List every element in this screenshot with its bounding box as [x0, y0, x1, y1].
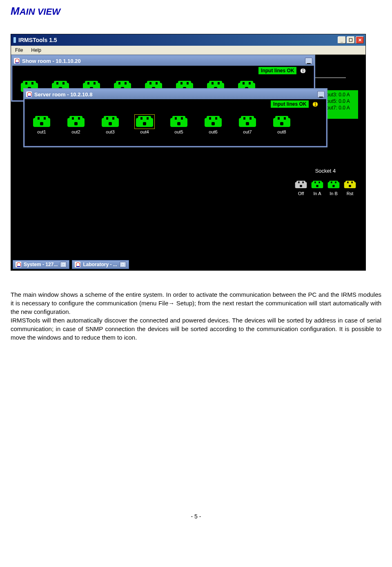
app-icon [13, 37, 16, 43]
body-paragraph: The main window shows a scheme of the en… [11, 290, 381, 342]
svg-rect-23 [31, 82, 33, 84]
plug-out1-icon[interactable] [33, 116, 51, 128]
svg-rect-3 [302, 182, 303, 183]
svg-rect-53 [218, 82, 220, 84]
svg-rect-8 [318, 182, 320, 183]
svg-rect-16 [345, 181, 354, 185]
address-badge: 1 [312, 102, 318, 107]
svg-rect-26 [54, 81, 67, 87]
plug-inb-icon [327, 180, 340, 189]
restore-button[interactable]: ❐ [60, 262, 67, 267]
svg-rect-94 [246, 122, 249, 125]
menu-help[interactable]: Help [27, 47, 45, 53]
svg-rect-58 [249, 82, 251, 84]
serverroom-titlebar[interactable]: Server room - 10.2.10.8 ▁ [24, 89, 326, 99]
serverroom-window[interactable]: Server room - 10.2.10.8 ▁ Input lines OK… [23, 88, 327, 147]
plug-rst-icon [344, 180, 356, 189]
java-icon [75, 262, 80, 267]
svg-rect-38 [125, 82, 127, 84]
svg-rect-33 [94, 82, 96, 84]
svg-rect-88 [215, 117, 217, 120]
socket-label: Socket 4 [289, 168, 362, 174]
svg-rect-82 [175, 117, 177, 120]
svg-rect-97 [278, 117, 280, 120]
plug-out8-icon[interactable] [273, 116, 291, 128]
svg-rect-32 [87, 82, 89, 84]
svg-rect-64 [40, 122, 43, 125]
mdi-client: IRMS 1 VinB: 226 V Iout3: 0.0 A Iout5: 0… [11, 55, 365, 270]
svg-rect-9 [316, 185, 318, 187]
svg-rect-42 [149, 82, 151, 84]
minimize-button[interactable]: ▁ [305, 58, 312, 64]
svg-rect-76 [138, 116, 151, 122]
maximize-button[interactable]: ☐ [347, 36, 355, 44]
menubar: File Help [11, 46, 365, 55]
serverroom-plugs: out1 out2 out3 out4 out5 out6 out7 out8 [24, 109, 326, 137]
svg-rect-31 [85, 81, 98, 87]
svg-rect-48 [187, 82, 189, 84]
iout-cell: Iout7: 0.0 A [325, 105, 356, 111]
app-titlebar: IRMSTools 1.5 _ ☐ ✕ [11, 34, 365, 46]
svg-rect-79 [143, 122, 146, 125]
svg-rect-66 [69, 116, 82, 122]
svg-rect-17 [347, 182, 348, 183]
plug-out3-icon[interactable] [101, 116, 119, 128]
svg-rect-36 [116, 81, 129, 87]
status-badge: Input lines OK [270, 100, 309, 108]
svg-rect-41 [147, 81, 160, 87]
plug-out7-icon[interactable] [238, 116, 256, 128]
svg-rect-81 [172, 116, 185, 122]
svg-rect-11 [329, 181, 338, 185]
showroom-titlebar[interactable]: Show room - 10.1.10.20 ▁ [12, 56, 314, 66]
task-laboratory[interactable]: Laboratory - ... ❐ [72, 260, 129, 269]
svg-rect-52 [212, 82, 214, 84]
svg-rect-74 [109, 122, 112, 125]
plug-out5-icon[interactable] [170, 116, 188, 128]
svg-rect-83 [181, 117, 183, 120]
svg-rect-43 [156, 82, 158, 84]
close-button[interactable]: ✕ [356, 36, 364, 44]
svg-rect-28 [62, 82, 65, 84]
plug-out4-icon[interactable] [136, 116, 154, 128]
svg-rect-47 [180, 82, 183, 84]
svg-rect-98 [284, 117, 286, 120]
svg-rect-2 [298, 182, 299, 183]
restore-button[interactable]: ❐ [120, 262, 126, 267]
svg-rect-73 [112, 117, 114, 120]
svg-rect-84 [177, 122, 180, 125]
svg-rect-12 [331, 182, 332, 183]
svg-rect-46 [178, 81, 191, 87]
svg-rect-61 [35, 116, 48, 122]
plug-out6-icon[interactable] [204, 116, 222, 128]
svg-rect-18 [351, 182, 352, 183]
svg-rect-62 [38, 117, 40, 120]
svg-rect-7 [314, 182, 316, 183]
svg-rect-91 [241, 116, 254, 122]
svg-rect-22 [25, 82, 27, 84]
page-number: - 5 - [11, 513, 381, 520]
svg-rect-89 [212, 122, 215, 125]
screenshot-frame: IRMSTools 1.5 _ ☐ ✕ File Help IRMS 1 Vin… [11, 34, 366, 271]
menu-file[interactable]: File [11, 47, 27, 53]
minimize-button[interactable]: _ [338, 36, 346, 44]
iout-cell: Iout3: 0.0 A [325, 92, 356, 98]
svg-rect-92 [243, 117, 245, 120]
svg-rect-68 [78, 117, 80, 120]
svg-rect-21 [23, 81, 36, 87]
plug-ina-icon [311, 180, 323, 189]
java-icon [26, 91, 32, 97]
java-icon [16, 262, 21, 267]
svg-rect-72 [106, 117, 108, 120]
svg-rect-57 [243, 82, 245, 84]
page-title: MAIN VIEW [11, 5, 381, 18]
svg-rect-86 [207, 116, 220, 122]
mdi-taskbar: System - 127... ❐ Laboratory - ... ❐ [11, 259, 131, 270]
svg-rect-14 [332, 185, 334, 187]
plug-out2-icon[interactable] [67, 116, 85, 128]
svg-rect-93 [249, 117, 252, 120]
svg-rect-1 [296, 181, 305, 185]
svg-rect-19 [349, 185, 351, 187]
task-system[interactable]: System - 127... ❐ [13, 260, 69, 269]
minimize-button[interactable]: ▁ [317, 91, 325, 98]
java-icon [14, 58, 20, 64]
